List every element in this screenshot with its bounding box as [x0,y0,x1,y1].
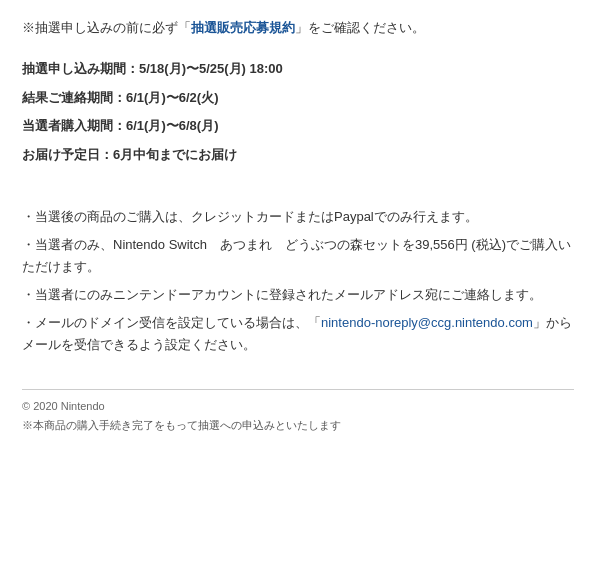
info-item-4: ・メールのドメイン受信を設定している場合は、「nintendo-noreply@… [22,312,574,356]
page-wrapper: ※抽選申し込みの前に必ず「抽選販売応募規約」をご確認ください。 抽選申し込み期間… [0,0,596,449]
schedule-value-1: 6/1(月)〜6/2(火) [126,90,218,105]
schedule-row-3: お届け予定日：6月中旬までにお届け [22,145,574,166]
schedule-label-0: 抽選申し込み期間： [22,61,139,76]
nintendo-email-link[interactable]: nintendo-noreply@ccg.nintendo.com [321,315,533,330]
info-item-1: ・当選後の商品のご購入は、クレジットカードまたはPaypalでのみ行えます。 [22,206,574,228]
info-section: ・当選後の商品のご購入は、クレジットカードまたはPaypalでのみ行えます。 ・… [22,206,574,357]
info-item-2: ・当選者のみ、Nintendo Switch あつまれ どうぶつの森セットを39… [22,234,574,278]
footer-note-text: ※本商品の購入手続き完了をもって抽選への申込みといたします [22,418,574,433]
schedule-row-0: 抽選申し込み期間：5/18(月)〜5/25(月) 18:00 [22,59,574,80]
schedule-value-2: 6/1(月)〜6/8(月) [126,118,218,133]
rules-link[interactable]: 抽選販売応募規約 [191,20,295,35]
notice-suffix-text: 」をご確認ください。 [295,20,425,35]
schedule-section: 抽選申し込み期間：5/18(月)〜5/25(月) 18:00 結果ご連絡期間：6… [22,59,574,166]
info-text-4-before: ・メールのドメイン受信を設定している場合は、「 [22,315,321,330]
info-item-3: ・当選者にのみニンテンドーアカウントに登録されたメールアドレス宛にご連絡します。 [22,284,574,306]
schedule-value-0: 5/18(月)〜5/25(月) 18:00 [139,61,283,76]
schedule-row-2: 当選者購入期間：6/1(月)〜6/8(月) [22,116,574,137]
schedule-label-2: 当選者購入期間： [22,118,126,133]
schedule-label-3: お届け予定日： [22,147,113,162]
top-notice: ※抽選申し込みの前に必ず「抽選販売応募規約」をご確認ください。 [22,18,574,39]
notice-prefix-text: ※抽選申し込みの前に必ず「 [22,20,191,35]
info-text-1: ・当選後の商品のご購入は、クレジットカードまたはPaypalでのみ行えます。 [22,209,478,224]
copyright-text: © 2020 Nintendo [22,400,574,412]
schedule-row-1: 結果ご連絡期間：6/1(月)〜6/2(火) [22,88,574,109]
schedule-label-1: 結果ご連絡期間： [22,90,126,105]
info-text-3: ・当選者にのみニンテンドーアカウントに登録されたメールアドレス宛にご連絡します。 [22,287,542,302]
schedule-value-3: 6月中旬までにお届け [113,147,237,162]
footer-section: © 2020 Nintendo ※本商品の購入手続き完了をもって抽選への申込みと… [22,389,574,433]
info-text-2: ・当選者のみ、Nintendo Switch あつまれ どうぶつの森セットを39… [22,237,571,274]
